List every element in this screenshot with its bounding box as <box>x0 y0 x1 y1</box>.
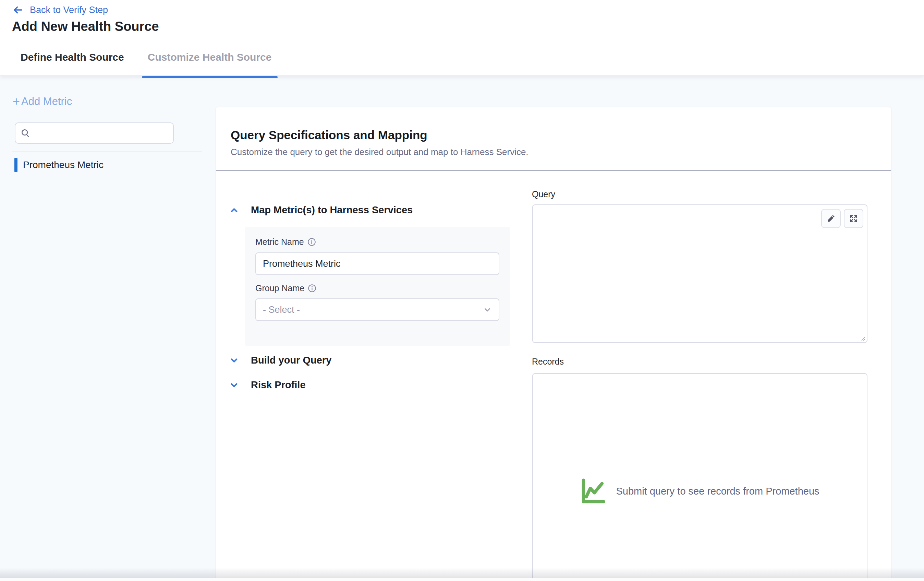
section-risk-profile[interactable]: Risk Profile <box>229 379 306 391</box>
line-chart-icon <box>580 477 608 506</box>
tab-bar: Define Health Source Customize Health So… <box>0 51 277 76</box>
map-metric-form-panel: Metric Name Group Name <box>245 227 510 346</box>
active-tab-underline <box>142 76 277 78</box>
card-subheading: Customize the query to get the desired o… <box>231 147 528 157</box>
query-label: Query <box>532 189 555 199</box>
section-risk-profile-title: Risk Profile <box>251 379 306 391</box>
metric-name-label-row: Metric Name <box>255 237 316 247</box>
info-icon[interactable] <box>308 284 316 293</box>
pencil-icon <box>827 214 836 223</box>
group-name-label: Group Name <box>255 283 304 293</box>
resize-handle-icon[interactable] <box>860 336 866 341</box>
sidebar-item-prometheus-metric[interactable]: Prometheus Metric <box>15 158 104 172</box>
tab-define-health-source[interactable]: Define Health Source <box>21 51 124 76</box>
group-name-label-row: Group Name <box>255 283 316 293</box>
metric-item-label: Prometheus Metric <box>23 159 104 170</box>
page: Back to Verify Step Add New Health Sourc… <box>0 0 924 581</box>
group-name-select[interactable]: - Select - <box>255 298 499 321</box>
back-arrow-icon <box>12 4 24 16</box>
selected-indicator-bar <box>15 158 18 172</box>
section-build-your-query-title: Build your Query <box>251 355 332 366</box>
records-empty-text: Submit query to see records from Prometh… <box>616 486 819 497</box>
section-build-your-query[interactable]: Build your Query <box>229 355 332 366</box>
card-heading: Query Specifications and Mapping <box>231 128 427 142</box>
add-metric-button[interactable]: + Add Metric <box>13 95 72 108</box>
expand-icon <box>849 214 858 223</box>
records-empty-state: Submit query to see records from Prometh… <box>533 477 867 506</box>
footer-strip <box>0 578 924 581</box>
tab-customize-health-source[interactable]: Customize Health Source <box>142 51 277 76</box>
section-map-metrics-title: Map Metric(s) to Harness Services <box>251 204 412 216</box>
group-name-placeholder: - Select - <box>263 305 300 315</box>
search-icon <box>20 128 30 138</box>
add-metric-label: Add Metric <box>21 95 72 108</box>
back-link-label[interactable]: Back to Verify Step <box>30 5 108 15</box>
metric-search-box <box>15 122 174 144</box>
query-specifications-card: Query Specifications and Mapping Customi… <box>216 108 891 581</box>
metric-search-input[interactable] <box>34 128 164 138</box>
section-map-metrics[interactable]: Map Metric(s) to Harness Services <box>229 204 412 216</box>
query-textarea[interactable] <box>533 205 867 342</box>
edit-query-button[interactable] <box>821 209 841 228</box>
chevron-down-icon <box>483 305 492 314</box>
info-icon[interactable] <box>307 238 316 246</box>
metric-name-input[interactable] <box>255 252 499 275</box>
expand-query-button[interactable] <box>844 209 863 228</box>
records-label: Records <box>532 357 564 367</box>
chevron-down-icon <box>229 355 239 366</box>
plus-icon: + <box>13 95 20 108</box>
back-to-verify-step-link[interactable]: Back to Verify Step <box>12 4 108 16</box>
records-panel: Submit query to see records from Prometh… <box>532 373 868 581</box>
sidebar-divider <box>12 152 202 152</box>
page-title: Add New Health Source <box>12 19 159 34</box>
card-divider <box>216 170 891 171</box>
chevron-down-icon <box>229 380 239 390</box>
query-editor-box <box>532 204 868 343</box>
metric-name-label: Metric Name <box>255 237 304 247</box>
chevron-up-icon <box>229 205 239 215</box>
top-header: Back to Verify Step Add New Health Sourc… <box>0 0 924 76</box>
